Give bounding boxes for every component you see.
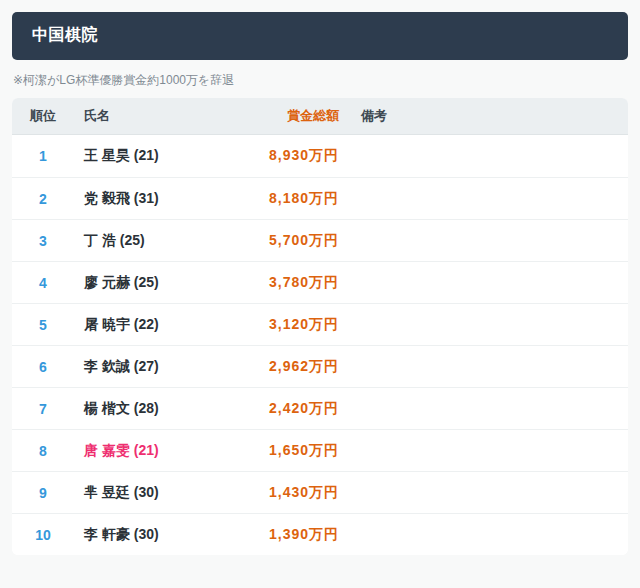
player-name-cell: 廖 元赫 (25) xyxy=(74,261,252,303)
prize-cell: 3,120万円 xyxy=(252,303,347,345)
player-name-cell: 李 欽誠 (27) xyxy=(74,345,252,387)
remarks-cell xyxy=(347,513,628,555)
prize-cell: 1,390万円 xyxy=(252,513,347,555)
player-name-cell: 党 毅飛 (31) xyxy=(74,177,252,219)
prize-cell: 8,930万円 xyxy=(252,135,347,177)
prize-cell: 8,180万円 xyxy=(252,177,347,219)
remarks-cell xyxy=(347,135,628,177)
table-row: 7 楊 楷文 (28) 2,420万円 xyxy=(12,387,628,429)
footnote: ※柯潔がLG杯準優勝賞金約1000万を辞退 xyxy=(13,72,627,89)
player-name-cell: 王 星昊 (21) xyxy=(74,135,252,177)
page-title: 中国棋院 xyxy=(12,12,628,60)
table-row: 3 丁 浩 (25) 5,700万円 xyxy=(12,219,628,261)
remarks-cell xyxy=(347,303,628,345)
rank-cell: 2 xyxy=(12,177,74,219)
column-header-remarks: 備考 xyxy=(347,98,628,135)
rank-cell: 3 xyxy=(12,219,74,261)
rank-cell: 6 xyxy=(12,345,74,387)
rank-cell: 5 xyxy=(12,303,74,345)
table-header: 順位 氏名 賞金総額 備考 xyxy=(12,98,628,135)
ranking-table-card: 順位 氏名 賞金総額 備考 1 王 星昊 (21) 8,930万円 2 党 毅飛… xyxy=(12,98,628,555)
table-row: 9 芈 昱廷 (30) 1,430万円 xyxy=(12,471,628,513)
rank-cell: 7 xyxy=(12,387,74,429)
remarks-cell xyxy=(347,429,628,471)
table-row: 2 党 毅飛 (31) 8,180万円 xyxy=(12,177,628,219)
column-header-rank: 順位 xyxy=(12,98,74,135)
column-header-prize: 賞金総額 xyxy=(252,98,347,135)
rank-cell: 4 xyxy=(12,261,74,303)
table-row: 5 屠 暁宇 (22) 3,120万円 xyxy=(12,303,628,345)
prize-cell: 2,962万円 xyxy=(252,345,347,387)
prize-cell: 2,420万円 xyxy=(252,387,347,429)
remarks-cell xyxy=(347,219,628,261)
table-body: 1 王 星昊 (21) 8,930万円 2 党 毅飛 (31) 8,180万円 … xyxy=(12,135,628,555)
table-row: 8 唐 嘉雯 (21) 1,650万円 xyxy=(12,429,628,471)
remarks-cell xyxy=(347,177,628,219)
remarks-cell xyxy=(347,471,628,513)
rank-cell: 8 xyxy=(12,429,74,471)
remarks-cell xyxy=(347,387,628,429)
remarks-cell xyxy=(347,345,628,387)
prize-cell: 1,430万円 xyxy=(252,471,347,513)
table-row: 4 廖 元赫 (25) 3,780万円 xyxy=(12,261,628,303)
remarks-cell xyxy=(347,261,628,303)
player-name-cell: 芈 昱廷 (30) xyxy=(74,471,252,513)
prize-cell: 1,650万円 xyxy=(252,429,347,471)
prize-cell: 3,780万円 xyxy=(252,261,347,303)
player-name-cell: 唐 嘉雯 (21) xyxy=(74,429,252,471)
player-name-cell: 屠 暁宇 (22) xyxy=(74,303,252,345)
page: 中国棋院 ※柯潔がLG杯準優勝賞金約1000万を辞退 順位 氏名 賞金総額 備考… xyxy=(0,0,640,567)
ranking-table: 順位 氏名 賞金総額 備考 1 王 星昊 (21) 8,930万円 2 党 毅飛… xyxy=(12,98,628,555)
rank-cell: 9 xyxy=(12,471,74,513)
column-header-name: 氏名 xyxy=(74,98,252,135)
player-name-cell: 楊 楷文 (28) xyxy=(74,387,252,429)
rank-cell: 1 xyxy=(12,135,74,177)
prize-cell: 5,700万円 xyxy=(252,219,347,261)
table-row: 1 王 星昊 (21) 8,930万円 xyxy=(12,135,628,177)
table-row: 10 李 軒豪 (30) 1,390万円 xyxy=(12,513,628,555)
player-name-cell: 丁 浩 (25) xyxy=(74,219,252,261)
table-row: 6 李 欽誠 (27) 2,962万円 xyxy=(12,345,628,387)
player-name-cell: 李 軒豪 (30) xyxy=(74,513,252,555)
rank-cell: 10 xyxy=(12,513,74,555)
